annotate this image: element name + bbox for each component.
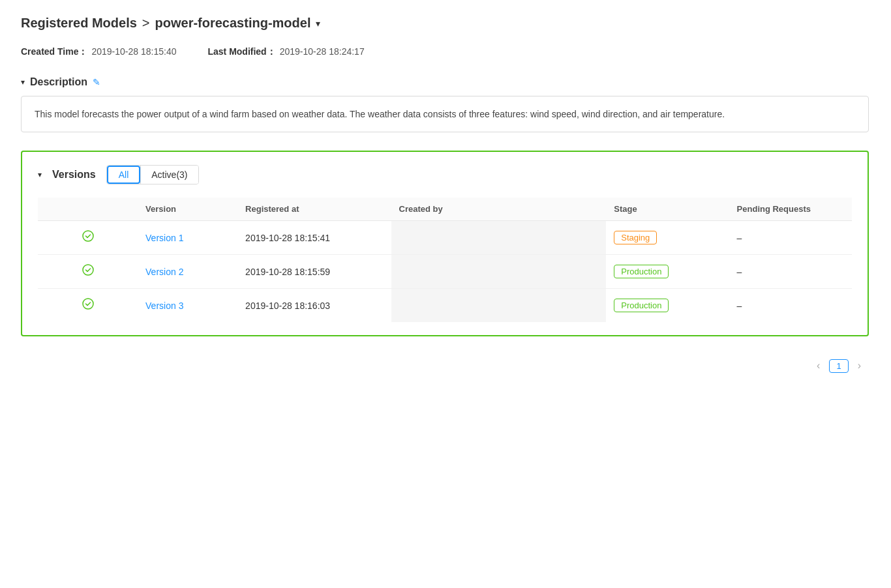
- tab-all[interactable]: All: [107, 166, 141, 184]
- check-icon-2: [82, 265, 94, 278]
- versions-container: ▾ Versions All Active(3) Version Registe…: [21, 151, 869, 336]
- row-registered-3: 2019-10-28 18:16:03: [237, 289, 391, 323]
- row-registered-1: 2019-10-28 18:15:41: [237, 221, 391, 255]
- th-created-by: Created by: [391, 198, 607, 221]
- description-edit-icon[interactable]: ✎: [93, 77, 100, 87]
- row-version-3[interactable]: Version 3: [138, 289, 237, 323]
- svg-point-2: [83, 299, 93, 309]
- created-value: 2019-10-28 18:15:40: [91, 46, 176, 58]
- row-pending-1: –: [729, 221, 852, 255]
- version-link-2[interactable]: Version 2: [145, 267, 183, 277]
- modified-value: 2019-10-28 18:24:17: [280, 46, 365, 58]
- breadcrumb-registered: Registered Models: [21, 16, 137, 31]
- svg-point-1: [83, 265, 93, 275]
- th-stage: Stage: [606, 198, 729, 221]
- row-stage-1: Staging: [606, 221, 729, 255]
- th-check: [38, 198, 138, 221]
- page-header: Registered Models > power-forecasting-mo…: [21, 16, 870, 31]
- pagination: ‹ 1 ›: [21, 357, 870, 374]
- created-label: Created Time：: [21, 46, 87, 58]
- row-pending-3: –: [729, 289, 852, 323]
- description-header: ▾ Description ✎: [21, 76, 870, 88]
- row-check-3: [38, 289, 138, 323]
- th-version: Version: [138, 198, 237, 221]
- versions-collapse-arrow[interactable]: ▾: [38, 170, 42, 179]
- tab-active[interactable]: Active(3): [141, 166, 198, 184]
- row-registered-2: 2019-10-28 18:15:59: [237, 255, 391, 289]
- table-header-row: Version Registered at Created by Stage P…: [38, 198, 852, 221]
- svg-point-0: [83, 231, 93, 241]
- stage-badge-2: Production: [614, 265, 669, 278]
- row-created-by-3: [391, 289, 607, 323]
- row-check-2: [38, 255, 138, 289]
- description-text: This model forecasts the power output of…: [35, 109, 725, 119]
- check-icon-1: [82, 231, 94, 244]
- row-stage-3: Production: [606, 289, 729, 323]
- row-stage-2: Production: [606, 255, 729, 289]
- table-row: Version 2 2019-10-28 18:15:59 Production…: [38, 255, 852, 289]
- version-link-3[interactable]: Version 3: [145, 301, 183, 311]
- row-version-2[interactable]: Version 2: [138, 255, 237, 289]
- th-registered-at: Registered at: [237, 198, 391, 221]
- versions-title: Versions: [52, 169, 96, 181]
- last-modified: Last Modified： 2019-10-28 18:24:17: [207, 46, 364, 58]
- row-created-by-2: [391, 255, 607, 289]
- th-pending-requests: Pending Requests: [729, 198, 852, 221]
- breadcrumb-model: power-forecasting-model: [155, 16, 311, 31]
- row-check-1: [38, 221, 138, 255]
- versions-header: ▾ Versions All Active(3): [38, 165, 852, 184]
- model-dropdown-arrow[interactable]: ▾: [316, 18, 320, 29]
- breadcrumb-separator: >: [142, 16, 150, 31]
- row-pending-2: –: [729, 255, 852, 289]
- stage-badge-3: Production: [614, 299, 669, 312]
- stage-badge-1: Staging: [614, 231, 657, 244]
- version-link-1[interactable]: Version 1: [145, 233, 183, 243]
- row-version-1[interactable]: Version 1: [138, 221, 237, 255]
- next-page-arrow[interactable]: ›: [854, 357, 865, 374]
- meta-row: Created Time： 2019-10-28 18:15:40 Last M…: [21, 46, 870, 58]
- description-collapse-arrow[interactable]: ▾: [21, 78, 25, 87]
- prev-page-arrow[interactable]: ‹: [813, 357, 824, 374]
- check-icon-3: [82, 299, 94, 312]
- description-box: This model forecasts the power output of…: [21, 96, 869, 132]
- created-time: Created Time： 2019-10-28 18:15:40: [21, 46, 176, 58]
- table-row: Version 1 2019-10-28 18:15:41 Staging –: [38, 221, 852, 255]
- versions-table: Version Registered at Created by Stage P…: [38, 198, 852, 322]
- description-title: Description: [30, 76, 87, 88]
- modified-label: Last Modified：: [207, 46, 275, 58]
- row-created-by-1: [391, 221, 607, 255]
- current-page[interactable]: 1: [829, 359, 848, 373]
- versions-tab-group: All Active(3): [106, 165, 199, 184]
- table-row: Version 3 2019-10-28 18:16:03 Production…: [38, 289, 852, 323]
